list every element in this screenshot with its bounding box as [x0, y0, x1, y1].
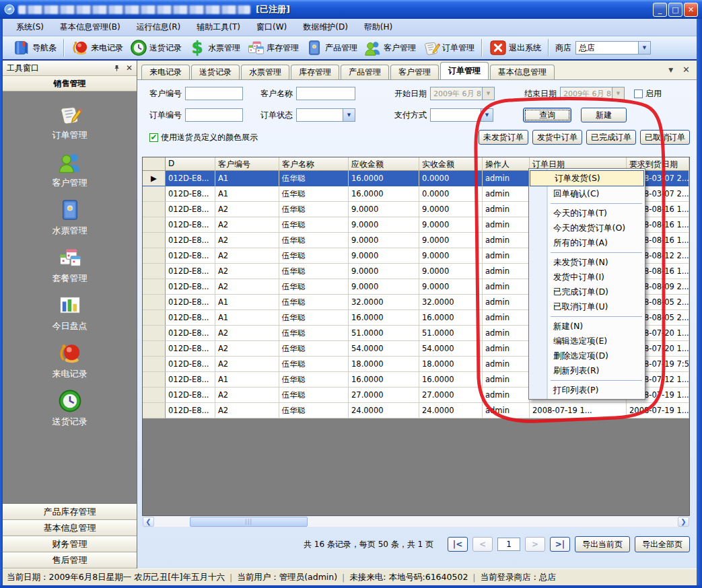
status-filter-button-未发货订单[interactable]: 未发货订单	[479, 130, 528, 145]
toolbar-button-call-bell[interactable]: 来电记录	[68, 38, 127, 58]
context-menu-separator	[551, 252, 642, 253]
toolbar-button-product-book[interactable]: 产品管理	[302, 38, 361, 58]
menubar-item[interactable]: 系统(S)	[8, 20, 52, 35]
toolbar-button-order-scroll[interactable]: 订单管理	[419, 38, 478, 58]
start-date-picker[interactable]: 2009年 6月 8日 ▼	[430, 87, 495, 100]
toolbar-button-inventory-grid[interactable]: 库存管理	[244, 38, 302, 58]
sidebar-section-基本信息管理[interactable]: 基本信息管理	[3, 520, 137, 536]
grid-cell: 012D-E8...	[166, 233, 215, 248]
export-current-page-button[interactable]: 导出当前页	[575, 536, 630, 552]
sidebar-item-来电记录[interactable]: 来电记录	[52, 341, 87, 380]
menubar-item[interactable]: 帮助(H)	[356, 20, 400, 35]
toolbar-button-exit-x[interactable]: 退出系统	[486, 38, 545, 58]
pay-method-dropdown-icon[interactable]: ▼	[481, 109, 493, 121]
context-menu-item-删除选定项(D)[interactable]: 删除选定项(D)	[529, 348, 645, 363]
page-number-input[interactable]	[497, 538, 520, 551]
prev-page-button[interactable]: <	[472, 537, 493, 552]
menubar-item[interactable]: 基本信息管理(B)	[52, 20, 129, 35]
close-button[interactable]: ✕	[684, 3, 698, 17]
enable-checkbox[interactable]	[634, 89, 643, 98]
pin-icon[interactable]	[113, 65, 120, 72]
sidebar-section-售后管理[interactable]: 售后管理	[3, 552, 137, 568]
tab-订单管理[interactable]: 订单管理	[440, 62, 489, 79]
order-status-dropdown-icon[interactable]: ▼	[343, 109, 355, 121]
next-page-button[interactable]: >	[525, 537, 545, 552]
last-page-button[interactable]: >|	[550, 537, 570, 552]
horizontal-scrollbar[interactable]: ❮ ||| ❯	[142, 516, 690, 527]
toolbar-button-nav-book[interactable]: 导航条	[9, 38, 60, 58]
first-page-button[interactable]: |<	[448, 537, 468, 552]
menubar-item[interactable]: 数据维护(D)	[295, 20, 356, 35]
tab-送货记录[interactable]: 送货记录	[191, 65, 240, 79]
row-selector-cell	[143, 248, 166, 264]
sidebar-item-今日盘点[interactable]: 今日盘点	[52, 293, 87, 332]
scroll-left-arrow-icon[interactable]: ❮	[143, 517, 154, 527]
sidebar-item-客户管理[interactable]: 客户管理	[52, 150, 87, 189]
table-row[interactable]: 012D-E8...A2伍华聪24.000024.0000admin2008-0…	[143, 403, 689, 418]
record-count-summary: 共 16 条记录，每页 50 条，共 1 页	[304, 539, 433, 550]
tab-客户管理[interactable]: 客户管理	[390, 65, 439, 79]
context-menu-item-打印列表(P)[interactable]: 打印列表(P)	[529, 383, 645, 398]
menubar-item[interactable]: 运行信息(R)	[129, 20, 189, 35]
statusbar-segment: 未接来电: 本地号码:61640502	[349, 572, 468, 583]
menubar-item[interactable]: 辅助工具(T)	[188, 20, 248, 35]
customer-name-input[interactable]	[296, 87, 355, 100]
context-menu-item-今天的发货订单(O)[interactable]: 今天的发货订单(O)	[529, 221, 645, 235]
order-status-select[interactable]: ▼	[296, 108, 355, 122]
toolbar-button-customers[interactable]: 客户管理	[361, 38, 419, 58]
sidebar-section-财务管理[interactable]: 财务管理	[3, 536, 137, 552]
sidebar-item-水票管理[interactable]: 水票管理	[52, 198, 87, 237]
start-date-dropdown-icon[interactable]: ▼	[482, 87, 494, 100]
tab-产品管理[interactable]: 产品管理	[341, 65, 389, 79]
horizontal-scrollbar-thumb[interactable]: |||	[190, 517, 308, 527]
toolbar-button-delivery-clock[interactable]: 送货记录	[127, 38, 185, 58]
minimize-button[interactable]: _	[653, 3, 667, 17]
grid-cell: admin	[483, 202, 530, 217]
context-menu-item-所有的订单(A)[interactable]: 所有的订单(A)	[529, 235, 645, 250]
context-menu-item-编辑选定项(E)[interactable]: 编辑选定项(E)	[529, 334, 645, 348]
context-menu-item-回单确认(C)[interactable]: 回单确认(C)	[529, 186, 645, 201]
grid-cell: 012D-E8...	[166, 264, 215, 279]
maximize-button[interactable]: □	[668, 3, 682, 17]
status-filter-button-已取消订单[interactable]: 已取消订单	[640, 130, 690, 145]
sidebar-item-订单管理[interactable]: 订单管理	[52, 102, 87, 141]
tab-基本信息管理[interactable]: 基本信息管理	[490, 65, 555, 79]
query-button[interactable]: 查询	[523, 108, 571, 122]
context-menu-item-新建(N)[interactable]: 新建(N)	[529, 319, 645, 334]
grid-cell: 伍华聪	[279, 186, 349, 202]
status-filter-button-已完成订单[interactable]: 已完成订单	[586, 130, 636, 145]
scroll-right-arrow-icon[interactable]: ❯	[678, 517, 689, 527]
toolbar-button-dollar[interactable]: $水票管理	[185, 38, 244, 58]
context-menu-item-未发货订单(N)[interactable]: 未发货订单(N)	[529, 255, 645, 270]
context-menu-item-发货中订单(I)[interactable]: 发货中订单(I)	[529, 270, 645, 285]
sidebar-section-sales[interactable]: 销售管理	[3, 76, 137, 91]
tab-库存管理[interactable]: 库存管理	[291, 65, 339, 79]
status-filter-button-发货中订单[interactable]: 发货中订单	[532, 130, 582, 145]
end-date-picker[interactable]: 2009年 6月 8日 ▼	[560, 87, 625, 100]
context-menu-item-刷新列表(R)[interactable]: 刷新列表(R)	[529, 363, 645, 378]
order-no-input[interactable]	[185, 108, 243, 122]
grid-cell: 012D-E8...	[166, 295, 215, 310]
export-all-pages-button[interactable]: 导出全部页	[635, 536, 690, 552]
tab-close-icon[interactable]: ✕	[682, 65, 690, 75]
tab-来电记录[interactable]: 来电记录	[141, 65, 190, 79]
shop-dropdown-icon[interactable]: ▼	[638, 42, 650, 54]
tab-水票管理[interactable]: 水票管理	[241, 65, 289, 79]
customer-no-input[interactable]	[185, 87, 243, 100]
tab-list-dropdown-icon[interactable]: ▼	[668, 67, 673, 73]
shop-select[interactable]: 总店▼	[575, 41, 651, 54]
pay-method-select[interactable]: ▼	[430, 108, 493, 122]
sidebar-item-套餐管理[interactable]: 套餐管理	[52, 246, 87, 285]
grid-cell: A2	[215, 202, 279, 217]
tool-window-close-icon[interactable]: ✕	[126, 64, 133, 72]
menubar-item[interactable]: 窗口(W)	[248, 20, 295, 35]
context-menu-item-订单发货(S)[interactable]: 订单发货(S)	[530, 170, 644, 186]
new-button[interactable]: 新建	[581, 108, 627, 122]
color-checkbox[interactable]: ✔	[149, 133, 158, 142]
sidebar-section-产品库存管理[interactable]: 产品库存管理	[3, 504, 137, 520]
context-menu-item-今天的订单(T)[interactable]: 今天的订单(T)	[529, 206, 645, 221]
sidebar-item-送货记录[interactable]: 送货记录	[52, 389, 87, 428]
context-menu-item-已完成订单(D)[interactable]: 已完成订单(D)	[529, 285, 645, 299]
end-date-dropdown-icon[interactable]: ▼	[612, 87, 624, 100]
context-menu-item-已取消订单(U)[interactable]: 已取消订单(U)	[529, 299, 645, 314]
